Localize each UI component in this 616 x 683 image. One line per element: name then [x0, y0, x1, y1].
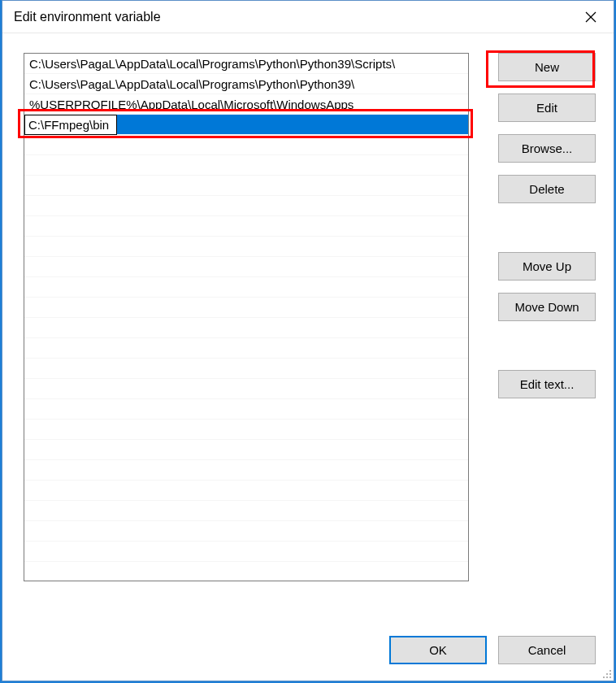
list-item-editing[interactable] [24, 115, 468, 135]
dialog-buttons: OK Cancel [389, 636, 596, 664]
list-item-empty[interactable] [24, 176, 468, 196]
list-item[interactable]: C:\Users\PagaL\AppData\Local\Programs\Py… [24, 54, 468, 74]
dialog-window: Edit environment variable C:\Users\PagaL… [2, 0, 614, 681]
move-up-button[interactable]: Move Up [498, 252, 596, 281]
list-item-empty[interactable] [24, 237, 468, 257]
list-item-empty[interactable] [24, 359, 468, 379]
button-column: New Edit Browse... Delete Move Up Move D… [498, 53, 596, 581]
list-item-empty[interactable] [24, 196, 468, 216]
cancel-button[interactable]: Cancel [498, 636, 596, 664]
list-item-empty[interactable] [24, 318, 468, 338]
svg-point-3 [606, 673, 608, 675]
list-item-empty[interactable] [24, 298, 468, 318]
list-item-empty[interactable] [24, 379, 468, 399]
list-item-empty[interactable] [24, 420, 468, 440]
list-item-empty[interactable] [24, 542, 468, 562]
new-button[interactable]: New [498, 53, 596, 81]
svg-point-4 [609, 673, 611, 675]
edit-button[interactable]: Edit [498, 94, 596, 122]
dialog-content: C:\Users\PagaL\AppData\Local\Programs\Py… [2, 33, 614, 681]
list-item-empty[interactable] [24, 501, 468, 521]
list-item[interactable]: %USERPROFILE%\AppData\Local\Microsoft\Wi… [24, 94, 468, 115]
list-item-empty[interactable] [24, 460, 468, 481]
list-item-empty[interactable] [24, 338, 468, 359]
list-item-empty[interactable] [24, 562, 468, 581]
list-item-empty[interactable] [24, 521, 468, 542]
path-edit-input[interactable] [24, 115, 117, 135]
list-item-empty[interactable] [24, 135, 468, 155]
path-list[interactable]: C:\Users\PagaL\AppData\Local\Programs\Py… [24, 53, 469, 581]
list-item-empty[interactable] [24, 481, 468, 501]
ok-button[interactable]: OK [389, 636, 487, 664]
svg-point-2 [609, 670, 611, 672]
svg-point-7 [609, 676, 611, 678]
list-item-empty[interactable] [24, 440, 468, 460]
list-item[interactable]: C:\Users\PagaL\AppData\Local\Programs\Py… [24, 74, 468, 94]
move-down-button[interactable]: Move Down [498, 293, 596, 321]
list-item-empty[interactable] [24, 399, 468, 420]
list-item-empty[interactable] [24, 277, 468, 298]
close-icon [585, 11, 596, 23]
browse-button[interactable]: Browse... [498, 134, 596, 163]
resize-grip[interactable] [601, 668, 612, 679]
edit-text-button[interactable]: Edit text... [498, 370, 596, 398]
list-item-empty[interactable] [24, 257, 468, 277]
svg-point-5 [603, 676, 605, 678]
list-item-empty[interactable] [24, 216, 468, 237]
titlebar: Edit environment variable [2, 1, 614, 33]
close-button[interactable] [568, 1, 614, 33]
list-item-empty[interactable] [24, 155, 468, 176]
delete-button[interactable]: Delete [498, 175, 596, 203]
window-title: Edit environment variable [14, 10, 161, 24]
svg-point-6 [606, 676, 608, 678]
